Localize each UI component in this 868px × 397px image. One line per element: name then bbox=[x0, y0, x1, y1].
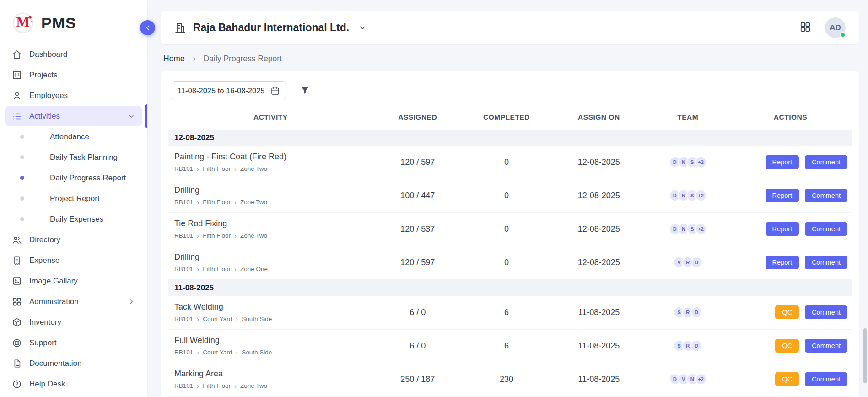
calendar-icon bbox=[270, 86, 280, 96]
chevron-right-icon: › bbox=[234, 266, 237, 272]
sidebar-item-employees[interactable]: Employees bbox=[5, 85, 142, 106]
qc-button[interactable]: QC bbox=[775, 339, 799, 353]
topbar: Raja Bahadur International Ltd. AD bbox=[161, 11, 859, 44]
comment-button[interactable]: Comment bbox=[805, 305, 847, 319]
sidebar-item-documentation[interactable]: Documentation bbox=[5, 353, 142, 374]
support-icon bbox=[12, 338, 22, 348]
report-button[interactable]: Report bbox=[766, 189, 799, 202]
column-header-team: TEAM bbox=[647, 107, 728, 130]
activities-icon bbox=[12, 111, 22, 121]
team-avatar-extra[interactable]: +2 bbox=[695, 223, 707, 235]
comment-button[interactable]: Comment bbox=[805, 372, 847, 386]
location-segment: Court Yard bbox=[203, 315, 232, 322]
column-header-assign-on: ASSIGN ON bbox=[551, 107, 647, 130]
documentation-icon bbox=[12, 359, 22, 369]
comment-button[interactable]: Comment bbox=[805, 189, 847, 202]
main-area: Raja Bahadur International Ltd. AD Home … bbox=[148, 0, 868, 397]
comment-button[interactable]: Comment bbox=[805, 222, 847, 236]
report-button[interactable]: Report bbox=[766, 155, 799, 169]
sidebar-subitem-attendance[interactable]: Attendance bbox=[5, 126, 142, 147]
scrollbar[interactable] bbox=[863, 328, 867, 383]
location-segment: South Side bbox=[242, 315, 272, 322]
team-avatar[interactable]: D bbox=[690, 340, 702, 352]
location-segment: RB101 bbox=[174, 266, 193, 272]
sidebar-item-directory[interactable]: Directory bbox=[5, 229, 142, 250]
completed-value: 6 bbox=[462, 330, 551, 363]
qc-button[interactable]: QC bbox=[775, 372, 799, 386]
location-segment: RB101 bbox=[174, 232, 193, 239]
sidebar-subitem-daily-task-planning[interactable]: Daily Task Planning bbox=[5, 147, 142, 168]
chevron-right-icon bbox=[127, 298, 135, 306]
sidebar-item-support[interactable]: Support bbox=[5, 332, 142, 353]
chevron-right-icon: › bbox=[234, 165, 237, 172]
team-avatar-extra[interactable]: +2 bbox=[695, 156, 707, 168]
team-avatar-extra[interactable]: +2 bbox=[695, 190, 707, 201]
group-date: 11-08-2025 bbox=[168, 280, 852, 297]
group-date-row: 11-08-2025 bbox=[168, 280, 852, 297]
filter-row: 11-08-2025 to 16-08-2025 bbox=[168, 80, 852, 104]
location-segment: RB101 bbox=[174, 382, 193, 389]
sidebar-subitem-daily-expenses[interactable]: Daily Expenses bbox=[5, 209, 142, 229]
company-selector[interactable]: Raja Bahadur International Ltd. bbox=[174, 22, 367, 34]
activity-row: Full WeldingRB101›Court Yard›South Side6… bbox=[168, 330, 852, 363]
submenu-bullet bbox=[20, 176, 24, 180]
activity-name: Tack Welding bbox=[174, 302, 370, 312]
team-avatars: VRD bbox=[650, 256, 725, 268]
breadcrumb: Home Daily Progress Report bbox=[163, 54, 858, 64]
breadcrumb-home[interactable]: Home bbox=[163, 54, 185, 64]
building-icon bbox=[174, 22, 186, 34]
sidebar-item-label: Projects bbox=[29, 71, 135, 80]
sidebar-item-inventory[interactable]: Inventory bbox=[5, 312, 142, 332]
sidebar-subitem-project-report[interactable]: Project Report bbox=[5, 188, 142, 209]
sidebar-item-expense[interactable]: Expense bbox=[5, 250, 142, 271]
user-avatar[interactable]: AD bbox=[825, 17, 846, 38]
report-button[interactable]: Report bbox=[766, 222, 799, 236]
location-segment: Zone Two bbox=[240, 232, 267, 239]
location-segment: Court Yard bbox=[203, 349, 232, 356]
completed-value: 0 bbox=[462, 179, 551, 213]
assign-on-value: 11-08-2025 bbox=[551, 363, 647, 397]
team-avatar[interactable]: D bbox=[690, 256, 702, 268]
location-segment: South Side bbox=[242, 349, 272, 356]
sidebar-item-projects[interactable]: Projects bbox=[5, 65, 142, 85]
report-button[interactable]: Report bbox=[766, 256, 799, 269]
assign-on-value: 12-08-2025 bbox=[551, 246, 647, 280]
sidebar-item-administration[interactable]: Administration bbox=[5, 291, 142, 312]
completed-value: 0 bbox=[462, 246, 551, 280]
sidebar-item-activities[interactable]: Activities bbox=[5, 106, 142, 126]
submenu-bullet bbox=[20, 135, 24, 139]
sidebar-item-label: Employees bbox=[29, 91, 135, 100]
location-segment: Fifth Floor bbox=[203, 165, 231, 172]
submenu-bullet bbox=[20, 196, 24, 201]
sidebar-item-dashboard[interactable]: Dashboard bbox=[5, 44, 142, 65]
app-title: PMS bbox=[41, 14, 76, 32]
help-icon bbox=[12, 379, 22, 389]
sidebar-item-help-desk[interactable]: Help Desk bbox=[5, 374, 142, 394]
activity-location: RB101›Court Yard›South Side bbox=[174, 315, 370, 322]
comment-button[interactable]: Comment bbox=[805, 339, 847, 353]
assign-on-value: 11-08-2025 bbox=[551, 330, 647, 363]
chevron-right-icon: › bbox=[197, 165, 199, 172]
sidebar-item-image-gallary[interactable]: Image Gallary bbox=[5, 271, 142, 291]
chevron-right-icon bbox=[191, 55, 198, 62]
sidebar-collapse-button[interactable] bbox=[140, 20, 155, 35]
apps-grid-icon bbox=[799, 21, 811, 33]
image-icon bbox=[12, 276, 22, 286]
location-segment: Zone Two bbox=[240, 199, 267, 206]
projects-icon bbox=[12, 70, 22, 80]
date-range-input[interactable]: 11-08-2025 to 16-08-2025 bbox=[171, 81, 286, 100]
activity-row: Tack WeldingRB101›Court Yard›South Side6… bbox=[168, 296, 852, 330]
sidebar-subitem-daily-progress-report[interactable]: Daily Progress Report bbox=[5, 168, 142, 188]
group-date: 12-08-2025 bbox=[168, 130, 852, 146]
filter-button[interactable] bbox=[300, 85, 310, 97]
team-avatar-extra[interactable]: +2 bbox=[695, 373, 707, 385]
comment-button[interactable]: Comment bbox=[805, 256, 847, 269]
chevron-down-icon bbox=[127, 112, 135, 120]
sidebar-item-label: Image Gallary bbox=[29, 277, 135, 286]
team-avatar[interactable]: D bbox=[690, 306, 702, 318]
qc-button[interactable]: QC bbox=[775, 305, 799, 319]
svg-text:M: M bbox=[16, 16, 30, 30]
sidebar-item-label: Activities bbox=[29, 112, 120, 121]
apps-grid-button[interactable] bbox=[799, 21, 811, 34]
comment-button[interactable]: Comment bbox=[805, 155, 847, 169]
